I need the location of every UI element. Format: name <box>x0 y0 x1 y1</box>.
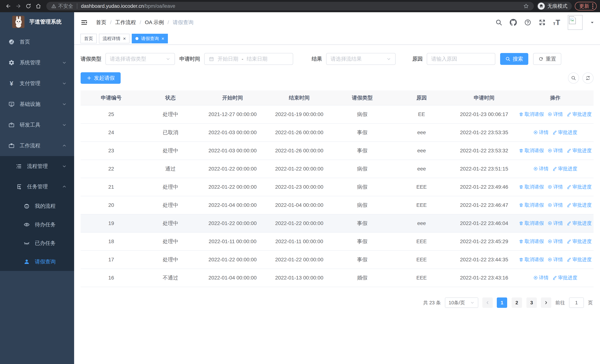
action-progress[interactable]: 审批进度 <box>567 256 592 263</box>
action-detail[interactable]: 详情 <box>548 202 563 208</box>
prev-page-button[interactable] <box>482 298 493 308</box>
action-progress[interactable]: 审批进度 <box>567 202 592 208</box>
search-icon[interactable] <box>495 19 502 26</box>
bookmark-star-icon[interactable] <box>523 3 529 9</box>
chevron-down-icon <box>62 122 67 127</box>
close-icon[interactable]: × <box>161 36 164 41</box>
page-button-1[interactable]: 1 <box>497 298 507 308</box>
help-icon[interactable] <box>524 19 531 26</box>
page-size-select[interactable]: 10条/页 <box>445 298 478 308</box>
browser-back-button[interactable] <box>3 1 13 11</box>
action-cancel[interactable]: 取消请假 <box>519 238 544 245</box>
page-button-2[interactable]: 2 <box>512 298 522 308</box>
breadcrumb-item[interactable]: OA 示例 <box>145 19 164 26</box>
breadcrumb-item[interactable]: 工作流程 <box>115 19 136 26</box>
sidebar-item-done-tasks[interactable]: 已办任务 <box>0 234 74 252</box>
cell-id: 22 <box>81 160 142 178</box>
action-detail[interactable]: 详情 <box>548 256 563 263</box>
monitor-icon <box>7 101 16 107</box>
sidebar-item-home[interactable]: 首页 <box>0 31 74 52</box>
sidebar-item-leave-query[interactable]: 请假查询 <box>0 252 74 271</box>
action-progress[interactable]: 审批进度 <box>552 166 577 172</box>
avatar[interactable] <box>568 15 582 30</box>
cell-applied: 2022-01-22 23:46:47 <box>451 196 517 214</box>
action-detail[interactable]: 详情 <box>533 274 549 281</box>
page-button-3[interactable]: 3 <box>526 298 537 308</box>
column-header: 申请编号 <box>81 90 142 105</box>
action-detail[interactable]: 详情 <box>548 184 563 190</box>
action-progress[interactable]: 审批进度 <box>567 220 592 226</box>
reset-button[interactable]: 重置 <box>533 53 561 65</box>
sidebar-item-task-mgmt[interactable]: 任务管理 <box>0 177 74 197</box>
avatar-caret-icon[interactable] <box>590 20 594 25</box>
refresh-table-button[interactable] <box>582 73 593 84</box>
sidebar-item-label: 请假查询 <box>35 258 56 265</box>
leave-table: 申请编号状态开始时间结束时间请假类型原因申请时间操作 25处理中2021-12-… <box>81 90 593 287</box>
reason-input[interactable] <box>431 56 491 62</box>
page-unit-label: 页 <box>588 299 593 306</box>
tab-leave-query[interactable]: 请假查询× <box>132 34 168 43</box>
browser-reload-button[interactable] <box>23 1 33 11</box>
search-button[interactable]: 搜索 <box>500 53 528 65</box>
view-icon <box>548 148 552 153</box>
collapse-sidebar-icon[interactable] <box>80 19 88 26</box>
sidebar-item-process-mgmt[interactable]: 流程管理 <box>0 156 74 177</box>
cell-id: 25 <box>81 105 142 123</box>
eye-open-icon <box>23 222 31 228</box>
breadcrumb-item[interactable]: 首页 <box>96 19 106 26</box>
action-cancel[interactable]: 取消请假 <box>519 184 544 190</box>
action-progress[interactable]: 审批进度 <box>567 184 592 190</box>
sidebar-item-dev-tools[interactable]: 研发工具 <box>0 114 74 135</box>
tab-process-detail[interactable]: 流程详情× <box>99 34 130 43</box>
action-detail[interactable]: 详情 <box>548 111 563 118</box>
sidebar-item-system[interactable]: 系统管理 <box>0 52 74 73</box>
chevron-up-icon <box>62 143 67 148</box>
leave-type-select[interactable]: 请选择请假类型 <box>105 53 175 65</box>
action-detail[interactable]: 详情 <box>533 166 549 172</box>
incognito-icon <box>538 3 545 10</box>
show-search-toggle-button[interactable] <box>568 73 579 84</box>
sidebar-item-todo-tasks[interactable]: 待办任务 <box>0 215 74 234</box>
action-cancel[interactable]: 取消请假 <box>519 111 544 118</box>
action-progress[interactable]: 审批进度 <box>567 238 592 245</box>
action-progress[interactable]: 审批进度 <box>567 111 592 118</box>
browser-forward-button[interactable] <box>13 1 23 11</box>
next-page-button[interactable] <box>541 298 551 308</box>
cell-end: 2022-01-26 00:00:00 <box>266 142 333 160</box>
goto-page-input[interactable] <box>569 298 584 308</box>
action-progress[interactable]: 审批进度 <box>552 274 577 281</box>
action-detail[interactable]: 详情 <box>548 147 563 154</box>
action-progress[interactable]: 审批进度 <box>567 147 592 154</box>
fullscreen-icon[interactable] <box>539 19 546 26</box>
apply-time-range-picker[interactable]: 开始日期 - 结束日期 <box>204 53 293 65</box>
font-size-icon[interactable]: тT <box>553 18 560 27</box>
breadcrumb-separator: / <box>110 19 112 25</box>
action-cancel[interactable]: 取消请假 <box>519 147 544 154</box>
sidebar-item-infrastructure[interactable]: 基础设施 <box>0 94 74 114</box>
action-cancel[interactable]: 取消请假 <box>519 220 544 226</box>
create-leave-button[interactable]: 发起请假 <box>81 72 121 84</box>
browser-menu-icon[interactable] <box>592 3 593 9</box>
tab-home[interactable]: 首页 <box>80 34 97 43</box>
action-cancel[interactable]: 取消请假 <box>519 202 544 208</box>
github-icon[interactable] <box>510 19 517 26</box>
action-detail[interactable]: 详情 <box>548 238 563 245</box>
action-detail[interactable]: 详情 <box>548 220 563 226</box>
url-bar[interactable]: 不安全 dashboard.yudao.iocoder.cn/bpm/oa/le… <box>46 2 534 10</box>
cell-start: 2022-01-03 00:00:00 <box>199 142 266 160</box>
sidebar-item-payment[interactable]: ¥支付管理 <box>0 73 74 94</box>
result-select[interactable]: 请选择流结果 <box>326 53 396 65</box>
view-icon <box>533 130 538 135</box>
browser-update-button[interactable]: 更新 <box>575 2 597 10</box>
browser-home-button[interactable] <box>33 1 43 11</box>
action-detail[interactable]: 详情 <box>533 129 549 136</box>
sidebar-item-workflow[interactable]: 工作流程 <box>0 135 74 156</box>
action-cancel[interactable]: 取消请假 <box>519 256 544 263</box>
cell-reason: eee <box>392 214 451 233</box>
action-progress[interactable]: 审批进度 <box>552 129 577 136</box>
sidebar-item-label: 已办任务 <box>35 240 56 247</box>
close-icon[interactable]: × <box>123 36 126 41</box>
sidebar-item-label: 支付管理 <box>20 80 40 87</box>
sidebar-item-my-process[interactable]: 我的流程 <box>0 197 74 215</box>
cell-status: 处理中 <box>142 196 199 214</box>
